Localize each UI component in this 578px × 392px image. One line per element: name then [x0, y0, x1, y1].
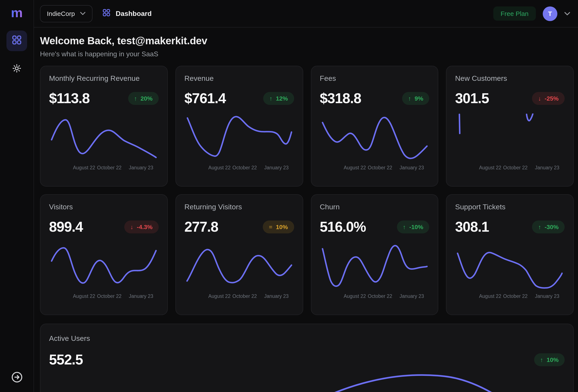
sidebar-item-settings[interactable] — [6, 59, 27, 80]
main-area: IndieCorp Dashboard Free Plan T Welcome — [34, 0, 578, 392]
trend-icon: ↑ — [408, 95, 411, 102]
page-header: Dashboard — [102, 8, 152, 19]
metric-value: $761.4 — [185, 90, 226, 107]
avatar[interactable]: T — [543, 6, 557, 21]
welcome-title: Welcome Back, test@makerkit.dev — [40, 35, 570, 47]
metrics-grid: Monthly Recurring Revenue $113.8 ↑ 20% A… — [40, 66, 574, 315]
chevron-down-icon — [80, 12, 86, 15]
sidebar: m — [0, 0, 34, 392]
axis-tick-label: August 22 — [479, 294, 501, 299]
metric-value: 308.1 — [455, 219, 489, 235]
axis-tick-label: August 22 — [344, 165, 366, 170]
metric-chart — [320, 113, 430, 163]
trend-badge: ↓ -4.3% — [124, 220, 158, 233]
welcome-section: Welcome Back, test@makerkit.dev Here's w… — [34, 28, 578, 60]
axis-tick-label: August 22 — [479, 165, 501, 170]
trend-label: 9% — [415, 95, 423, 102]
welcome-subtitle: Here's what is happening in your SaaS — [40, 50, 570, 58]
metric-card: Fees $318.8 ↑ 9% August 22October 22Janu… — [311, 66, 438, 186]
axis-tick-label: January 23 — [535, 165, 560, 170]
metric-card: Visitors 899.4 ↓ -4.3% August 22October … — [40, 194, 168, 315]
page-title: Dashboard — [116, 10, 152, 17]
trend-badge: ↓ -25% — [532, 92, 565, 105]
metric-value: $318.8 — [320, 90, 361, 107]
axis-tick-label: August 22 — [73, 165, 95, 170]
trend-badge: = 10% — [263, 220, 294, 233]
axis-tick-label: August 22 — [344, 294, 366, 299]
metric-card: Revenue $761.4 ↑ 12% August 22October 22… — [176, 66, 303, 186]
axis-tick-label: January 23 — [129, 165, 153, 170]
trend-icon: ↑ — [540, 356, 543, 363]
trend-icon: ↑ — [538, 223, 541, 230]
metric-value: 899.4 — [49, 219, 83, 235]
team-selector-label: IndieCorp — [47, 10, 75, 17]
topbar: IndieCorp Dashboard Free Plan T — [34, 0, 578, 28]
metric-chart — [455, 242, 565, 292]
metric-chart — [49, 113, 159, 163]
metric-chart — [49, 242, 159, 292]
dashboard-app: m — [0, 0, 578, 392]
chart-x-axis: August 22October 22January 23 — [49, 294, 159, 301]
chart-x-axis: August 22October 22January 23 — [49, 165, 159, 173]
active-users-chart-path — [264, 375, 543, 392]
trend-label: 20% — [141, 95, 152, 102]
axis-tick-label: October 22 — [233, 165, 257, 170]
axis-tick-label: October 22 — [368, 165, 392, 170]
metric-value: 277.8 — [185, 219, 218, 235]
metric-card: New Customers 301.5 ↓ -25% August 22Octo… — [446, 66, 574, 186]
account-chevron-down-icon[interactable] — [564, 11, 570, 16]
active-users-card: Active Users 552.5 ↑ 10% — [40, 324, 574, 392]
trend-badge: ↑ -30% — [532, 220, 565, 233]
gear-icon — [12, 63, 22, 75]
metric-value: 301.5 — [455, 90, 489, 107]
metric-chart — [320, 242, 430, 292]
axis-tick-label: January 23 — [399, 165, 424, 170]
metric-card: Monthly Recurring Revenue $113.8 ↑ 20% A… — [40, 66, 168, 186]
chart-x-axis: August 22October 22January 23 — [185, 294, 294, 301]
trend-icon: ↓ — [130, 223, 133, 230]
axis-tick-label: August 22 — [208, 294, 231, 299]
active-users-chart — [49, 369, 565, 392]
topbar-right: Free Plan T — [493, 6, 570, 21]
axis-tick-label: October 22 — [503, 165, 528, 170]
metric-value: $113.8 — [49, 90, 90, 107]
trend-label: 12% — [276, 95, 288, 102]
sidebar-collapse-button[interactable] — [0, 371, 34, 385]
dashboard-grid-icon — [102, 8, 111, 19]
trend-icon: ↓ — [538, 95, 541, 102]
metric-title: Fees — [320, 74, 430, 83]
metric-title: Monthly Recurring Revenue — [49, 74, 159, 83]
makerkit-logo[interactable]: m — [11, 6, 23, 19]
metric-chart — [185, 113, 294, 163]
axis-tick-label: January 23 — [264, 294, 289, 299]
metric-title: New Customers — [455, 74, 565, 83]
axis-tick-label: January 23 — [399, 294, 424, 299]
axis-tick-label: August 22 — [208, 165, 231, 170]
trend-label: -10% — [409, 223, 423, 230]
trend-icon: ↑ — [134, 95, 137, 102]
axis-tick-label: August 22 — [73, 294, 95, 299]
axis-tick-label: January 23 — [264, 165, 289, 170]
team-selector[interactable]: IndieCorp — [40, 5, 93, 22]
dashboard-grid-icon — [11, 34, 22, 47]
plan-badge[interactable]: Free Plan — [493, 6, 536, 21]
trend-badge: ↑ 20% — [128, 92, 158, 105]
trend-badge: ↑ 10% — [534, 353, 565, 366]
metric-title: Churn — [320, 203, 430, 212]
metric-title: Returning Visitors — [185, 203, 294, 212]
trend-badge: ↑ 12% — [263, 92, 294, 105]
metric-value: 516.0% — [320, 219, 366, 235]
axis-tick-label: October 22 — [97, 294, 121, 299]
sidebar-item-dashboard[interactable] — [6, 31, 27, 51]
trend-icon: = — [269, 223, 272, 230]
trend-icon: ↑ — [269, 95, 272, 102]
trend-icon: ↑ — [403, 223, 406, 230]
arrow-right-circle-icon — [10, 371, 23, 385]
metric-card: Returning Visitors 277.8 = 10% August 22… — [176, 194, 303, 315]
axis-tick-label: January 23 — [535, 294, 560, 299]
metric-card: Support Tickets 308.1 ↑ -30% August 22Oc… — [446, 194, 574, 315]
trend-label: -4.3% — [137, 223, 152, 230]
axis-tick-label: October 22 — [368, 294, 392, 299]
metric-title: Visitors — [49, 203, 159, 212]
trend-label: -25% — [545, 95, 559, 102]
